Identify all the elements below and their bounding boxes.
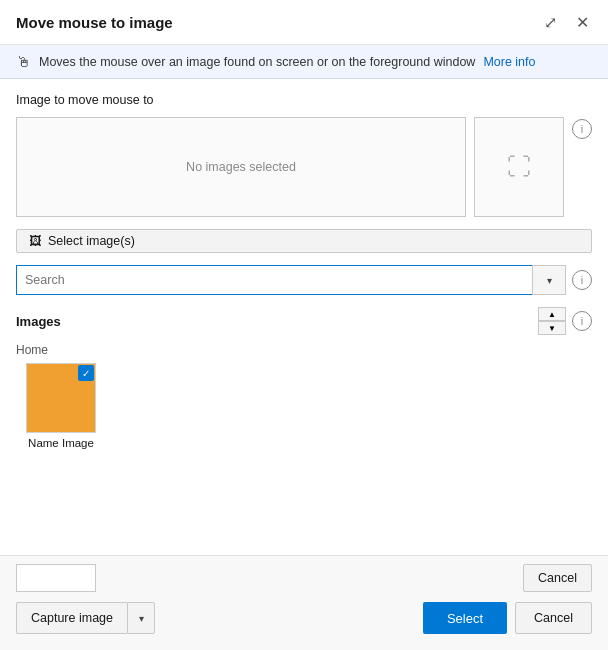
select-images-label: Select image(s) [48, 234, 135, 248]
capture-btn-wrap: Capture image ▾ [16, 602, 155, 634]
side-image-box: ⛶ [474, 117, 564, 217]
mouse-icon: 🖱 [16, 53, 31, 70]
footer-area: Cancel Capture image ▾ Select Cancel [0, 555, 608, 650]
dialog-title: Move mouse to image [16, 14, 173, 31]
search-input[interactable] [16, 265, 532, 295]
search-row: ▾ i [16, 265, 592, 295]
select-images-icon: 🖼 [29, 234, 42, 248]
no-images-text: No images selected [186, 160, 296, 174]
image-placeholder-icon: ⛶ [507, 153, 531, 181]
select-button[interactable]: Select [423, 602, 507, 634]
capture-dropdown-button[interactable]: ▾ [127, 602, 155, 634]
info-banner: 🖱 Moves the mouse over an image found on… [0, 45, 608, 79]
images-info-button[interactable]: i [572, 311, 592, 331]
spin-down-button[interactable]: ▼ [538, 321, 566, 335]
footer-buttons: Capture image ▾ Select Cancel [0, 592, 608, 650]
close-button[interactable]: ✕ [570, 10, 594, 34]
search-info-button[interactable]: i [572, 270, 592, 290]
image-grid: ✓ Name Image [16, 363, 592, 449]
title-bar: Move mouse to image ⤢ ✕ [0, 0, 608, 45]
image-preview-info-button[interactable]: i [572, 119, 592, 139]
group-home-label: Home [16, 343, 592, 357]
image-thumb-wrap: ✓ [26, 363, 96, 433]
main-content: Image to move mouse to No images selecte… [0, 79, 608, 555]
select-images-button[interactable]: 🖼 Select image(s) [16, 229, 592, 253]
banner-text: Moves the mouse over an image found on s… [39, 55, 475, 69]
footer-top-cancel-button[interactable]: Cancel [523, 564, 592, 592]
list-item[interactable]: ✓ Name Image [16, 363, 106, 449]
spin-up-button[interactable]: ▲ [538, 307, 566, 321]
images-label: Images [16, 314, 61, 329]
image-item-label: Name Image [28, 437, 94, 449]
search-dropdown-button[interactable]: ▾ [532, 265, 566, 295]
images-controls: ▲ ▼ i [538, 307, 592, 335]
images-header-row: Images ▲ ▼ i [16, 307, 592, 335]
image-section-label: Image to move mouse to [16, 93, 592, 107]
title-bar-controls: ⤢ ✕ [538, 10, 594, 34]
capture-image-button[interactable]: Capture image [16, 602, 127, 634]
main-image-box: No images selected [16, 117, 466, 217]
expand-button[interactable]: ⤢ [538, 10, 562, 34]
images-section: Images ▲ ▼ i Home ✓ Name Image [16, 307, 592, 555]
image-preview-container: No images selected ⛶ i [16, 117, 592, 217]
footer-top-row: Cancel [0, 556, 608, 592]
image-check-icon: ✓ [78, 365, 94, 381]
more-info-link[interactable]: More info [483, 55, 535, 69]
cancel-button[interactable]: Cancel [515, 602, 592, 634]
dialog: Move mouse to image ⤢ ✕ 🖱 Moves the mous… [0, 0, 608, 650]
footer-text-input[interactable] [16, 564, 96, 592]
